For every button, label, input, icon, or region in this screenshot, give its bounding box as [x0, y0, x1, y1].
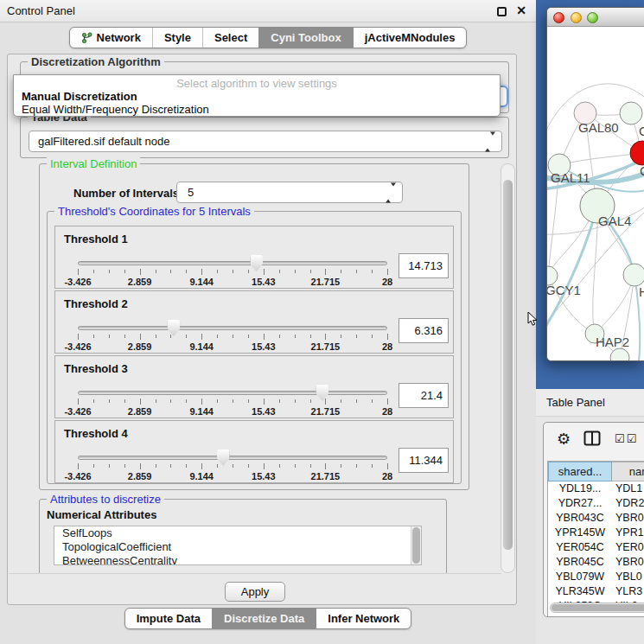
threshold-value-field[interactable] [399, 448, 449, 473]
table-row[interactable]: YBR045CYBR0 [548, 555, 644, 570]
attribute-item-selfloops[interactable]: SelfLoops [54, 526, 421, 540]
apply-button[interactable]: Apply [225, 582, 285, 602]
table-row[interactable]: YER054CYER0 [548, 540, 644, 555]
table-row[interactable]: YLR345WYLR3 [548, 584, 644, 599]
tick-mark [325, 334, 326, 340]
node-right-mid[interactable] [623, 264, 644, 286]
node-label-h: H [639, 284, 644, 299]
float-window-icon[interactable] [497, 7, 507, 16]
combobox-value: galFiltered.sif default node [38, 131, 169, 151]
stepper-arrows-icon [485, 135, 495, 148]
tick-mark [372, 335, 373, 338]
network-edge[interactable] [559, 153, 642, 165]
tick-mark [140, 399, 141, 405]
cyni-toolbox-content: Discretization Algorithm Select algorith… [7, 54, 517, 605]
close-icon[interactable]: ✕ [516, 3, 526, 17]
threshold-slider[interactable]: -3.4262.8599.14415.4321.71528 [78, 391, 387, 417]
dropdown-option-manual-discretization[interactable]: Manual Discretization [14, 90, 500, 103]
table-row[interactable]: YDR27...YDR2 [548, 496, 644, 511]
table-row[interactable]: YDL19...YDL1 [548, 481, 644, 496]
tick-label: 21.715 [311, 406, 341, 417]
column-header-name[interactable]: name [612, 462, 644, 481]
numerical-attributes-list[interactable]: SelfLoopsTopologicalCoefficientBetweenne… [54, 526, 422, 565]
tick-mark [93, 270, 94, 273]
slider-track[interactable] [78, 326, 387, 330]
slider-track[interactable] [78, 456, 387, 460]
tab-impute-data[interactable]: Impute Data [125, 609, 212, 628]
dropdown-option-equal-width-frequency-discretization[interactable]: Equal Width/Frequency Discretization [14, 103, 500, 116]
tick-mark [372, 270, 373, 273]
thresholds-coordinates-group: Threshold's Coordinates for 5 Intervals … [47, 211, 462, 484]
table-panel: ⚙ ☑☑ shared... name YDL19...YDL1YDR27...… [543, 422, 644, 617]
node-label-gal80: GAL80 [578, 120, 619, 135]
slider-tick-labels: -3.4262.8599.14415.4321.71528 [78, 277, 387, 287]
threshold-value-field[interactable] [399, 253, 449, 278]
tab-infer-network[interactable]: Infer Network [316, 609, 411, 628]
cell-shared-name: YER054C [548, 540, 612, 555]
column-header-shared-name[interactable]: shared... [548, 462, 612, 481]
number-of-intervals-combobox[interactable]: 5 [176, 182, 403, 203]
threshold-value-field[interactable] [399, 383, 449, 408]
threshold-value-field[interactable] [399, 318, 449, 343]
slider-tick-labels: -3.4262.8599.14415.4321.71528 [78, 471, 387, 481]
tab-jactivemnodules[interactable]: jActiveMNodules [353, 28, 467, 48]
network-view-window[interactable]: GAL80GACGAL11GAL4GCY1HHAP2 [546, 7, 644, 361]
node-red[interactable] [630, 141, 644, 165]
cell-name: YBL0 [612, 570, 642, 584]
tab-cyni-toolbox[interactable]: Cyni Toolbox [258, 28, 352, 48]
list-scrollbar[interactable] [411, 526, 421, 564]
right-region: GAL80GACGAL11GAL4GCY1HHAP2 Table Panel ⚙… [536, 0, 644, 644]
node-top-right[interactable] [620, 102, 642, 124]
minimize-traffic-light-icon[interactable] [571, 12, 582, 23]
network-canvas[interactable]: GAL80GACGAL11GAL4GCY1HHAP2 [547, 27, 644, 360]
tick-mark [186, 464, 187, 468]
tick-mark [310, 270, 311, 273]
tab-style[interactable]: Style [152, 28, 202, 48]
threshold-slider[interactable]: -3.4262.8599.14415.4321.71528 [78, 456, 387, 481]
tick-label: 21.715 [311, 471, 341, 481]
table-row[interactable]: YPR145WYPR1 [548, 526, 644, 540]
zoom-traffic-light-icon[interactable] [587, 12, 598, 23]
threshold-slider[interactable]: -3.4262.8599.14415.4321.71528 [78, 261, 387, 287]
tick-mark [217, 399, 218, 403]
tick-label: -3.426 [64, 471, 91, 481]
threshold-slider[interactable]: -3.4262.8599.14415.4321.71528 [78, 326, 387, 352]
dropdown-prompt: Select algorithm to view settings [14, 77, 500, 90]
scrollbar-thumb[interactable] [552, 604, 644, 611]
attribute-item-betweennesscentrality[interactable]: BetweennessCentrality [54, 554, 421, 565]
table-data-combobox[interactable]: galFiltered.sif default node [29, 131, 502, 152]
tab-select[interactable]: Select [202, 28, 258, 48]
algorithm-dropdown-popup: Select algorithm to view settings Manual… [13, 74, 501, 117]
cell-name: YLR3 [612, 584, 642, 599]
tick-mark [124, 270, 125, 273]
network-icon [81, 32, 92, 44]
gear-icon[interactable]: ⚙ [557, 430, 571, 449]
attribute-item-topologicalcoefficient[interactable]: TopologicalCoefficient [54, 540, 421, 554]
tick-mark [295, 335, 296, 338]
tick-mark [78, 269, 79, 275]
network-edge[interactable] [593, 206, 597, 334]
tick-mark [264, 463, 265, 469]
checkbox-icons[interactable]: ☑☑ [615, 432, 638, 445]
tab-discretize-data[interactable]: Discretize Data [212, 609, 316, 628]
table-row[interactable]: YBL079WYBL0 [548, 570, 644, 584]
table-horizontal-scrollbar[interactable] [550, 603, 644, 613]
tick-mark [140, 269, 141, 275]
tick-mark [170, 399, 171, 403]
tab-label: Impute Data [137, 612, 201, 625]
slider-track[interactable] [78, 391, 387, 395]
tick-mark [109, 399, 110, 403]
node-bottom[interactable] [610, 348, 629, 361]
tick-mark [78, 463, 79, 469]
slider-track[interactable] [78, 261, 387, 265]
table-row[interactable]: YBR043CYBR0 [548, 511, 644, 526]
slider-ticks [78, 399, 387, 405]
close-traffic-light-icon[interactable] [553, 12, 564, 23]
cell-name: YER0 [612, 540, 644, 555]
tab-network[interactable]: Network [70, 28, 152, 48]
scrollbar-thumb[interactable] [503, 180, 513, 550]
node-label-c: C [640, 163, 644, 178]
column-layout-icon[interactable] [583, 430, 601, 450]
panel-vertical-scrollbar[interactable] [501, 163, 515, 573]
tick-label: 28 [382, 341, 392, 352]
